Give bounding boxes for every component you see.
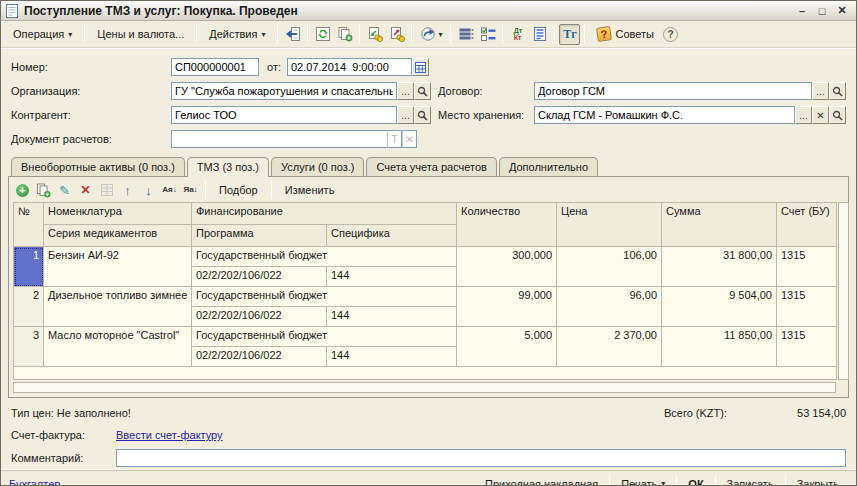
cell-account[interactable]: 1315 xyxy=(777,247,837,287)
cell-account[interactable]: 1315 xyxy=(777,287,837,327)
cell-sum[interactable]: 31 800,00 xyxy=(662,247,777,287)
add-row-button[interactable]: + xyxy=(13,181,32,200)
col-header-program: Программа xyxy=(192,225,327,247)
refresh-button[interactable] xyxy=(312,24,333,45)
cell-quantity[interactable]: 99,000 xyxy=(457,287,557,327)
pick-button[interactable]: Подбор xyxy=(211,182,266,198)
advices-button[interactable]: ? Советы xyxy=(589,23,661,45)
vertical-scrollbar[interactable] xyxy=(838,202,849,380)
settlement-doc-type-button[interactable]: T xyxy=(387,130,402,148)
counterparty-choose-button[interactable]: ... xyxy=(397,106,414,124)
window-title: Поступление ТМЗ и услуг: Покупка. Провед… xyxy=(24,4,792,18)
change-button[interactable]: Изменить xyxy=(277,182,343,198)
tab-settlement-accounts[interactable]: Счета учета расчетов xyxy=(366,157,496,176)
row-selector[interactable]: 2 xyxy=(14,287,44,327)
posting-report-button[interactable] xyxy=(529,24,550,45)
button-separator xyxy=(609,476,610,486)
cell-financing[interactable]: Государственный бюджет xyxy=(192,327,457,347)
enter-invoice-link[interactable]: Ввести счет-фактуру xyxy=(116,429,223,441)
ok-button[interactable]: ОК xyxy=(679,475,712,486)
settlement-doc-input[interactable] xyxy=(171,130,387,148)
number-input[interactable] xyxy=(171,58,259,76)
help-icon[interactable]: ? xyxy=(663,27,678,42)
date-input[interactable] xyxy=(287,58,412,76)
cell-price[interactable]: 2 370,00 xyxy=(557,327,662,367)
maximize-icon[interactable]: □ xyxy=(812,3,832,19)
register-prices-return-button[interactable] xyxy=(386,24,407,45)
move-up-button[interactable]: ↑ xyxy=(118,181,137,200)
settlement-doc-clear-button[interactable]: ✕ xyxy=(402,130,417,148)
close-button[interactable]: Закрыть xyxy=(788,475,848,486)
counterparty-open-button[interactable] xyxy=(414,106,431,124)
cell-financing[interactable]: Государственный бюджет xyxy=(192,247,457,267)
tab-services[interactable]: Услуги (0 поз.) xyxy=(271,157,364,176)
move-down-button[interactable]: ↓ xyxy=(139,181,158,200)
warehouse-input[interactable] xyxy=(534,106,795,124)
cell-price[interactable]: 96,00 xyxy=(557,287,662,327)
calendar-button[interactable] xyxy=(412,58,429,76)
cell-specifics[interactable]: 144 xyxy=(327,347,457,367)
list-selection-button[interactable] xyxy=(477,24,498,45)
warehouse-choose-button[interactable]: ... xyxy=(795,106,812,124)
tab-noncurrent-assets[interactable]: Внеоборотные активы (0 поз.) xyxy=(11,157,185,176)
cell-program[interactable]: 02/2/202/106/022 xyxy=(192,347,327,367)
cell-nomenclature[interactable]: Масло моторное "Castrol" xyxy=(44,327,192,367)
copy-document-button[interactable] xyxy=(334,24,355,45)
row-selector[interactable]: 1 xyxy=(14,247,44,287)
organization-choose-button[interactable]: ... xyxy=(397,82,414,100)
organization-open-button[interactable] xyxy=(414,82,431,100)
cell-sum[interactable]: 9 504,00 xyxy=(662,287,777,327)
incoming-invoice-button[interactable]: Приходная накладная xyxy=(476,475,607,486)
cell-program[interactable]: 02/2/202/106/022 xyxy=(192,267,327,287)
go-to-button[interactable]: ▾ xyxy=(416,24,446,45)
counterparty-input[interactable] xyxy=(171,106,397,124)
organization-input[interactable] xyxy=(171,82,397,100)
contract-choose-button[interactable]: ... xyxy=(812,82,829,100)
cell-nomenclature[interactable]: Бензин АИ-92 xyxy=(44,247,192,287)
cell-quantity[interactable]: 300,000 xyxy=(457,247,557,287)
tab-additional[interactable]: Дополнительно xyxy=(499,157,598,176)
toolbar-separator xyxy=(450,25,451,43)
save-button[interactable]: Записать xyxy=(718,475,783,486)
total-label: Всего (KZT): xyxy=(664,407,727,419)
col-header-price: Цена xyxy=(557,203,662,247)
cell-price[interactable]: 106,00 xyxy=(557,247,662,287)
operation-menu-button[interactable]: Операция ▾ xyxy=(5,24,80,44)
prices-currency-button[interactable]: Цены и валюта... xyxy=(89,24,192,44)
cell-specifics[interactable]: 144 xyxy=(327,267,457,287)
warehouse-clear-button[interactable]: ✕ xyxy=(812,106,829,124)
sort-desc-button[interactable]: Яа↓ xyxy=(181,181,200,200)
register-prices-in-button[interactable] xyxy=(364,24,385,45)
row-selector[interactable]: 3 xyxy=(14,327,44,367)
cell-account[interactable]: 1315 xyxy=(777,327,837,367)
list-rows-button[interactable] xyxy=(455,24,476,45)
show-postings-button[interactable]: Дт Кт xyxy=(507,24,528,45)
add-icon: + xyxy=(16,184,29,197)
cell-quantity[interactable]: 5,000 xyxy=(457,327,557,367)
edit-row-button[interactable]: ✎ xyxy=(55,181,74,200)
tab-tmz[interactable]: ТМЗ (3 поз.) xyxy=(187,157,269,177)
actions-menu-button[interactable]: Действия ▾ xyxy=(201,24,273,44)
end-edit-button[interactable] xyxy=(97,181,116,200)
cell-financing[interactable]: Государственный бюджет xyxy=(192,287,457,307)
tenge-toggle-button[interactable]: Тг xyxy=(559,24,580,45)
contract-open-button[interactable] xyxy=(829,82,846,100)
cell-nomenclature[interactable]: Дизельное топливо зимнее xyxy=(44,287,192,327)
cell-program[interactable]: 02/2/202/106/022 xyxy=(192,307,327,327)
delete-row-button[interactable]: ✕ xyxy=(76,181,95,200)
print-button[interactable]: Печать ▾ xyxy=(612,475,674,486)
warehouse-open-button[interactable] xyxy=(829,106,846,124)
copy-row-button[interactable] xyxy=(34,181,53,200)
horizontal-scrollbar[interactable] xyxy=(13,382,836,393)
comment-input[interactable] xyxy=(116,449,846,467)
button-separator xyxy=(715,476,716,486)
post-document-button[interactable] xyxy=(282,24,303,45)
sort-asc-button[interactable]: Ая↓ xyxy=(160,181,179,200)
col-header-nomenclature: Номенклатура xyxy=(44,203,192,225)
cell-specifics[interactable]: 144 xyxy=(327,307,457,327)
minimize-icon[interactable]: – xyxy=(792,3,812,19)
responsible-link[interactable]: Бухгалтер xyxy=(9,478,476,486)
cell-sum[interactable]: 11 850,00 xyxy=(662,327,777,367)
close-icon[interactable]: ✕ xyxy=(832,3,852,19)
contract-input[interactable] xyxy=(534,82,812,100)
